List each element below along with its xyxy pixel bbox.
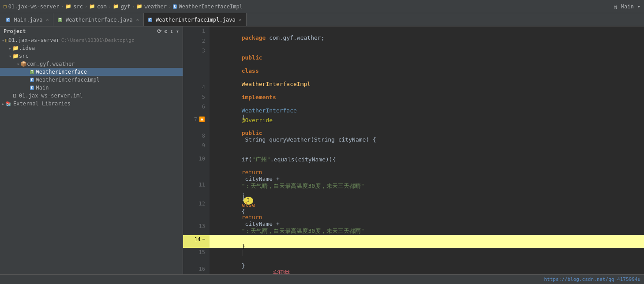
breadcrumb-item-module[interactable]: ◫ 01.jax-ws-server [4, 4, 59, 10]
breadcrumb-item-gyf[interactable]: 📁 gyf [113, 4, 131, 10]
kw-public-3: public [242, 54, 262, 61]
code-line-15: 15 } 实现类 [183, 248, 644, 265]
line-content-15: } 实现类 [210, 248, 644, 265]
tree-path-root: C:\Users\10301\Desktop\gz [61, 37, 135, 43]
gutter-16: 16 [183, 265, 210, 274]
line-number-11: 11 [199, 182, 205, 188]
indent-7 [242, 123, 255, 130]
gutter-7: 7 🔼 [183, 115, 210, 131]
tree-label-src: src [19, 53, 29, 59]
line-content-14: } [210, 235, 644, 248]
settings-icon[interactable]: ⚙ [164, 28, 167, 34]
gutter-1: 1 [183, 26, 210, 37]
tab-close-main[interactable]: ✕ [46, 17, 49, 22]
sidebar-dropdown-icon[interactable]: ▾ [176, 28, 179, 34]
line-number-15: 15 [199, 249, 205, 255]
breadcrumb-item-weather[interactable]: 📁 weather [136, 4, 167, 10]
breadcrumb: ◫ 01.jax-ws-server › 📁 src › 📁 com › 📁 g… [4, 4, 243, 10]
line-content-13: } [210, 222, 644, 235]
dropdown-arrow-icon[interactable]: ▾ [637, 4, 640, 10]
tree-label-root: 01.jax-ws-server [8, 37, 60, 43]
tab-main-java[interactable]: C Main.java ✕ [2, 13, 53, 26]
line-number-8: 8 [202, 133, 205, 139]
tab-label-wi: WeatherInterface.java [66, 17, 133, 23]
line-number-12: 12 [199, 201, 205, 207]
line-number-13: 13 [199, 223, 205, 229]
folder-icon-gyf: 📁 [113, 4, 119, 9]
tab-icon-wii: C [148, 18, 152, 22]
line-content-6: @Override [210, 102, 644, 116]
collapse-icon[interactable]: ↕ [170, 28, 173, 34]
tree-item-main[interactable]: ▸ C Main [0, 84, 183, 92]
indent-12 [242, 207, 283, 214]
tree-item-src[interactable]: ▾ 📁 src [0, 52, 183, 60]
breadcrumb-src-label: src [73, 4, 83, 10]
tree-item-extlib[interactable]: ▸ 📚 External Libraries [0, 100, 183, 108]
tree-label-wi: WeatherInterface [36, 69, 87, 75]
code-line-2: 2 [183, 37, 644, 46]
gutter-3: 3 [183, 46, 210, 83]
line-number-4: 4 [202, 84, 205, 90]
line-number-6: 6 [202, 104, 205, 110]
sidebar-title: Project [4, 28, 26, 34]
tab-label-wii: WeatherInterfaceImpl.java [156, 17, 236, 23]
gutter-8: 8 [183, 131, 210, 141]
line-content-2 [210, 37, 644, 46]
sp1 [242, 61, 245, 67]
kw-class: class [242, 67, 259, 74]
tree-item-root[interactable]: ▾ ◫ 01.jax-ws-server C:\Users\10301\Desk… [0, 36, 183, 44]
tree-arrow-src: ▾ [9, 54, 11, 59]
run-config-label[interactable]: Main [621, 4, 634, 10]
code-line-5: 5 [183, 93, 644, 102]
line-content-7: public String queryWeather(String cityNa… [210, 115, 644, 131]
code-line-13: 13 } [183, 222, 644, 235]
tree-item-idea[interactable]: ▸ 📁 .idea [0, 44, 183, 52]
line-content-5 [210, 93, 644, 102]
folder-icon-idea: 📁 [12, 45, 19, 51]
code-line-8: 8 [183, 131, 644, 141]
breadcrumb-gyf-label: gyf [121, 4, 131, 10]
code-line-16: 16 [183, 265, 644, 274]
line-number-10: 10 [199, 156, 205, 162]
code-line-12: 12 return cityName + "：天气雨，白天最高温度30度，未天三… [183, 199, 644, 222]
sort-icon[interactable]: ⇅ [614, 3, 617, 10]
tab-label-main: Main.java [14, 17, 42, 23]
gutter-11: 11 [183, 180, 210, 199]
tab-weather-interface-impl[interactable]: C WeatherInterfaceImpl.java ✕ [144, 13, 247, 26]
tree-item-package[interactable]: ▾ 📦 com.gyf.weather [0, 60, 183, 68]
tree-item-weather-interface-impl[interactable]: ▸ C WeatherInterfaceImpl [0, 76, 183, 84]
gutter-2: 2 [183, 37, 210, 46]
tab-weather-interface[interactable]: I WeatherInterface.java ✕ [53, 13, 143, 26]
gutter-9: 9 [183, 141, 210, 155]
sync-icon[interactable]: ⟳ [157, 28, 161, 34]
tab-close-wi[interactable]: ✕ [136, 17, 139, 22]
sep3: › [109, 4, 111, 9]
line-content-12: return cityName + "：天气雨，白天最高温度30度，未天三天都雨… [210, 199, 644, 222]
tree-label-extlib: External Libraries [13, 101, 71, 107]
kw-return-12: return [242, 214, 262, 220]
tree-item-iml[interactable]: ▸ 🗋 01.jax-ws-server.iml [0, 92, 183, 100]
breadcrumb-item-class[interactable]: C WeatherInterfaceImpl [173, 4, 243, 10]
folding-marker-14[interactable]: — [202, 236, 205, 241]
line-content-1: package com.gyf.weather; [210, 26, 644, 37]
code-editor[interactable]: 1 package com.gyf.weather; 2 3 public cl… [183, 26, 644, 274]
line-content-16 [210, 265, 644, 274]
code-line-10: 10 return cityName + "：天气晴，白天最高温度30度，未天三… [183, 154, 644, 180]
breadcrumb-com-label: com [97, 4, 107, 10]
tab-close-wii[interactable]: ✕ [239, 17, 242, 22]
sidebar-header-icons: ⟳ ⚙ ↕ ▾ [157, 28, 179, 34]
tree-item-weather-interface[interactable]: ▸ I WeatherInterface [0, 68, 183, 76]
line-content-8 [210, 131, 644, 141]
title-bar: ◫ 01.jax-ws-server › 📁 src › 📁 com › 📁 g… [0, 0, 644, 13]
title-right: ⇅ Main ▾ [614, 3, 640, 10]
tab-bar: C Main.java ✕ I WeatherInterface.java ✕ … [0, 13, 644, 26]
gutter-up-icon-7: 🔼 [199, 116, 205, 122]
breadcrumb-item-com[interactable]: 📁 com [89, 4, 107, 10]
breadcrumb-class-label: WeatherInterfaceImpl [179, 4, 243, 10]
sidebar: Project ⟳ ⚙ ↕ ▾ ▾ ◫ 01.jax-ws-server C:\… [0, 26, 183, 274]
breadcrumb-item-src[interactable]: 📁 src [65, 4, 83, 10]
sep4: › [132, 4, 135, 9]
class-c-icon-wii: C [30, 78, 34, 82]
line-content-4 [210, 83, 644, 93]
gutter-15: 15 [183, 248, 210, 265]
